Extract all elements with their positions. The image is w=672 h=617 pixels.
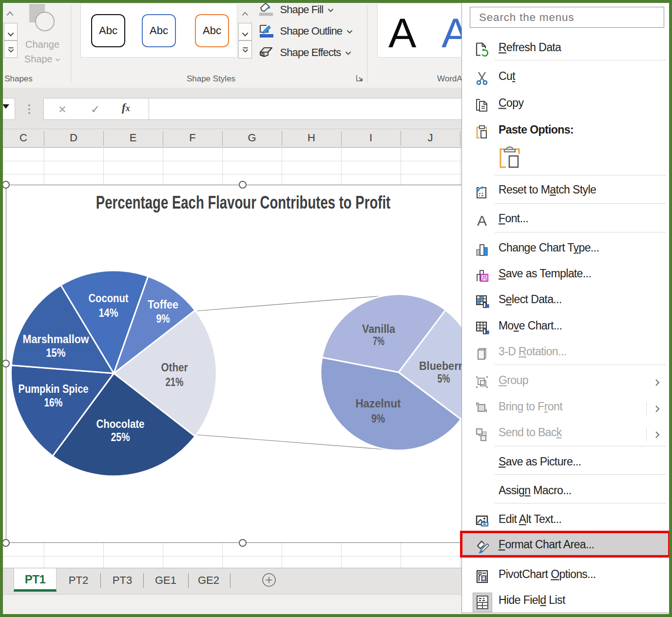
svg-text:25%: 25% (111, 430, 130, 443)
svg-text:7%: 7% (373, 334, 384, 347)
svg-text:9%: 9% (371, 412, 385, 425)
svg-text:Other: Other (161, 361, 188, 374)
svg-text:Toffee: Toffee (148, 298, 178, 311)
svg-text:Marshmallow: Marshmallow (23, 332, 89, 346)
svg-text:Hazelnut: Hazelnut (356, 397, 401, 410)
svg-text:Chocolate: Chocolate (96, 417, 145, 430)
svg-text:Coconut: Coconut (89, 291, 129, 305)
svg-text:A: A (477, 213, 487, 228)
svg-text:21%: 21% (166, 375, 184, 388)
svg-text:16%: 16% (44, 396, 63, 409)
svg-text:9%: 9% (156, 312, 170, 325)
svg-text:15%: 15% (46, 346, 66, 359)
svg-text:5%: 5% (438, 372, 450, 385)
svg-text:Pumpkin Spice: Pumpkin Spice (19, 382, 89, 395)
svg-text:Vanilla: Vanilla (362, 322, 396, 335)
svg-text:14%: 14% (99, 306, 118, 319)
